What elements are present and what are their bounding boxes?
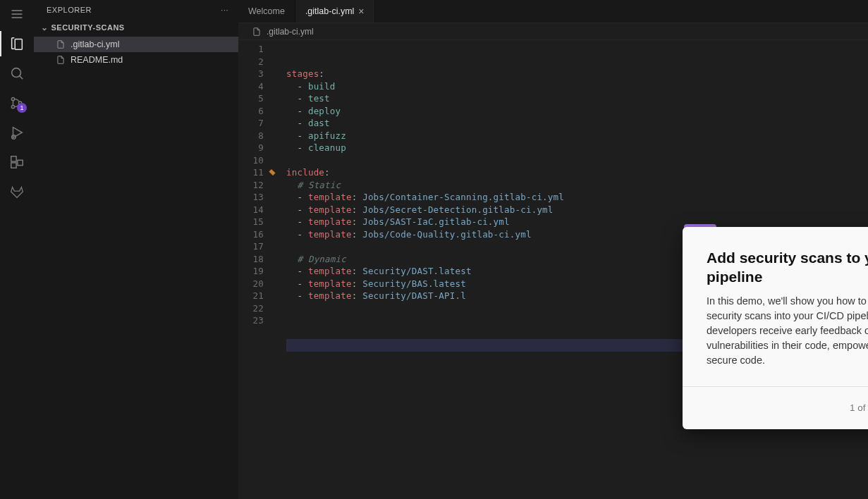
line-number: 18 (238, 253, 269, 266)
popover-title: Add security scans to your CI/CD pipelin… (707, 248, 868, 287)
line-number: 6 (238, 105, 269, 118)
breadcrumb-file: .gitlab-ci.yml (267, 27, 314, 37)
step-indicator: 1 of 10 (850, 402, 868, 413)
svg-rect-3 (15, 39, 22, 50)
editor-tabs: Welcome.gitlab-ci.yml× (238, 0, 868, 23)
code-line[interactable]: - deploy (286, 105, 868, 118)
tour-popover: Add security scans to your CI/CD pipelin… (683, 227, 868, 429)
code-line[interactable] (286, 154, 868, 167)
folder-name: SECURITY-SCANS (51, 23, 125, 32)
close-icon[interactable]: × (358, 6, 364, 17)
code-line[interactable]: include: (286, 166, 868, 179)
code-line[interactable]: - template: Jobs/Container-Scanning.gitl… (286, 191, 868, 204)
line-number: 3 (238, 68, 269, 80)
folder-section-header[interactable]: ⌄ SECURITY-SCANS (34, 18, 238, 37)
line-number: 16 (238, 228, 269, 241)
activity-bar: 1 (0, 0, 34, 499)
code-line[interactable]: - cleanup (286, 142, 868, 154)
code-line[interactable]: - build (286, 80, 868, 93)
code-line[interactable]: stages: (286, 68, 868, 80)
line-number: 21 (238, 290, 269, 302)
file-name: .gitlab-ci.yml (71, 39, 119, 49)
editor-tab[interactable]: Welcome (238, 0, 295, 23)
file-name: README.md (71, 55, 123, 65)
tab-label: .gitlab-ci.yml (305, 6, 354, 16)
search-icon[interactable] (8, 65, 25, 82)
editor-tab[interactable]: .gitlab-ci.yml× (295, 0, 375, 23)
gutter: 1234567891011121314151617181920212223 (238, 40, 274, 499)
extensions-icon[interactable] (8, 154, 25, 171)
line-number: 17 (238, 240, 269, 253)
svg-marker-9 (13, 128, 23, 138)
chevron-down-icon: ⌄ (41, 23, 49, 32)
svg-point-6 (11, 97, 14, 100)
line-number: 12 (238, 179, 269, 192)
explorer-sidebar: EXPLORER ··· ⌄ SECURITY-SCANS .gitlab-ci… (34, 0, 238, 499)
source-control-icon[interactable]: 1 (8, 94, 25, 111)
line-number: 19 (238, 265, 269, 278)
line-number: 1 (238, 43, 269, 56)
svg-rect-13 (18, 160, 23, 165)
file-icon (55, 39, 66, 50)
run-debug-icon[interactable] (8, 124, 25, 141)
tab-label: Welcome (248, 6, 285, 16)
svg-point-7 (11, 105, 14, 108)
svg-rect-12 (11, 163, 16, 168)
file-row[interactable]: .gitlab-ci.yml (34, 37, 238, 52)
file-row[interactable]: README.md (34, 52, 238, 68)
line-number: 2 (238, 56, 269, 68)
code-line[interactable]: # Static (286, 179, 868, 192)
line-number: 13 (238, 191, 269, 204)
svg-line-5 (20, 76, 23, 80)
line-number: 11 (238, 166, 269, 179)
file-icon (251, 26, 262, 37)
line-number: 20 (238, 278, 269, 290)
line-number: 9 (238, 142, 269, 154)
line-number: 14 (238, 204, 269, 216)
popover-body-text: In this demo, we'll show you how to seam… (707, 294, 868, 368)
editor-area: Welcome.gitlab-ci.yml× .gitlab-ci.yml 12… (238, 0, 868, 499)
line-number: 22 (238, 302, 269, 315)
file-icon (55, 54, 66, 66)
sidebar-header: EXPLORER ··· (34, 0, 238, 18)
line-number: 8 (238, 130, 269, 142)
app-root: 1 EXPLORER ··· ⌄ SECURITY-SCANS .gitlab-… (0, 0, 868, 499)
source-control-badge: 1 (17, 103, 27, 113)
code-line[interactable]: - template: Jobs/Secret-Detection.gitlab… (286, 204, 868, 216)
gitlab-icon[interactable] (8, 183, 25, 200)
explorer-icon[interactable] (8, 35, 25, 52)
code-line[interactable]: - apifuzz (286, 130, 868, 142)
line-number: 15 (238, 216, 269, 228)
code-line[interactable]: - dast (286, 117, 868, 130)
line-number: 7 (238, 117, 269, 130)
line-number: 5 (238, 92, 269, 105)
file-tree: .gitlab-ci.yml README.md (34, 37, 238, 68)
svg-rect-11 (11, 156, 16, 161)
code-line[interactable]: - template: Jobs/SAST-IaC.gitlab-ci.yml (286, 216, 868, 228)
breadcrumb[interactable]: .gitlab-ci.yml (238, 23, 868, 40)
line-number: 23 (238, 314, 269, 327)
menu-icon[interactable] (8, 6, 25, 23)
sidebar-more-icon[interactable]: ··· (221, 6, 228, 14)
line-number: 4 (238, 80, 269, 93)
svg-point-4 (12, 68, 21, 78)
sidebar-title: EXPLORER (47, 6, 92, 14)
code-line[interactable]: - test (286, 92, 868, 105)
line-number: 10 (238, 154, 269, 167)
